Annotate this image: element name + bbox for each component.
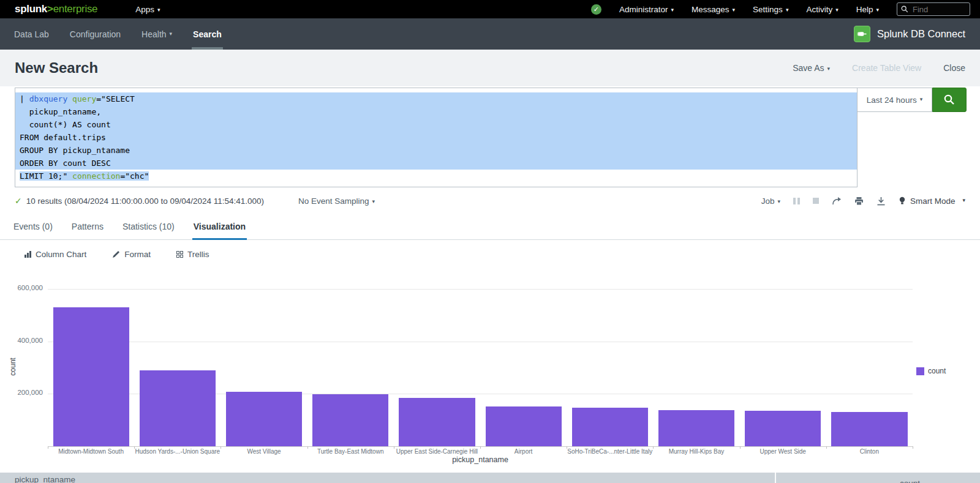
apps-menu[interactable]: Apps▾: [135, 5, 160, 14]
caret-down-icon: ▾: [876, 7, 879, 13]
axis-tick: [653, 446, 654, 449]
query-line: | dbxquery query="SELECT: [15, 92, 857, 105]
x-tick-label: Hudson Yards-...-Union Square: [134, 448, 221, 455]
trellis-menu[interactable]: Trellis: [176, 250, 209, 259]
y-tick-label: 600,000: [0, 284, 43, 291]
axis-tick: [480, 446, 481, 449]
y-axis-title: count: [9, 358, 17, 375]
job-menu[interactable]: Job▾: [761, 197, 780, 206]
x-tick-label: Turtle Bay-East Midtown: [307, 448, 394, 455]
pencil-icon: [112, 250, 120, 258]
pause-job-icon: [793, 198, 800, 204]
axis-tick: [134, 446, 135, 449]
chart-legend[interactable]: count: [916, 367, 946, 375]
gridline: [48, 289, 913, 290]
app-nav-bar: Data Lab Configuration Health▾ Search Sp…: [0, 18, 980, 50]
search-icon: [901, 6, 908, 13]
axis-tick: [48, 446, 48, 449]
save-as-button[interactable]: Save As▾: [793, 63, 830, 73]
settings-label: Settings: [753, 5, 783, 14]
trellis-icon: [176, 251, 183, 258]
activity-label: Activity: [806, 5, 832, 14]
stop-job-icon: [813, 198, 819, 204]
results-summary: 10 results (08/04/2024 11:00:00.000 to 0…: [26, 197, 264, 206]
chart-bar[interactable]: [658, 410, 734, 446]
nav-label: Health: [141, 29, 166, 39]
x-tick-label: Airport: [480, 448, 567, 455]
run-search-button[interactable]: [932, 88, 967, 112]
column-chart-icon: [24, 251, 31, 258]
search-query-input[interactable]: | dbxquery query="SELECT pickup_ntaname,…: [15, 88, 858, 187]
caret-down-icon: ▾: [920, 96, 923, 102]
nav-label: Data Lab: [14, 29, 49, 39]
nav-item-data-lab[interactable]: Data Lab: [4, 18, 59, 50]
search-bar-row: | dbxquery query="SELECT pickup_ntaname,…: [15, 88, 967, 187]
nav-item-configuration[interactable]: Configuration: [59, 18, 131, 50]
page-title: New Search: [15, 59, 98, 77]
nav-label: Search: [193, 29, 222, 39]
tab-statistics[interactable]: Statistics (10): [121, 222, 176, 239]
results-tabs: Events (0) Patterns Statistics (10) Visu…: [0, 214, 980, 240]
messages-menu[interactable]: Messages▾: [692, 5, 735, 14]
caret-down-icon: ▾: [827, 66, 831, 72]
administrator-menu[interactable]: Administrator▾: [619, 5, 674, 14]
axis-tick: [307, 446, 308, 449]
nav-item-search[interactable]: Search: [183, 18, 232, 50]
tab-visualization[interactable]: Visualization: [192, 222, 247, 239]
job-menu-label: Job: [761, 197, 775, 206]
chart-type-label: Column Chart: [36, 250, 86, 259]
find-input[interactable]: [911, 4, 962, 15]
caret-down-icon: ▾: [372, 198, 375, 204]
caret-down-icon: ▾: [835, 7, 839, 13]
chart-bar[interactable]: [831, 412, 907, 446]
print-icon[interactable]: [854, 197, 864, 206]
results-status-bar: ✓ 10 results (08/04/2024 11:00:00.000 to…: [0, 187, 980, 214]
find-search-box[interactable]: [897, 2, 970, 16]
y-tick-label: 400,000: [0, 337, 43, 344]
messages-label: Messages: [692, 5, 729, 14]
close-button[interactable]: Close: [943, 63, 965, 73]
splunk-logo[interactable]: splunk>enterprise: [15, 3, 97, 15]
query-line: LIMIT 10;" connection="chc": [15, 170, 857, 182]
create-table-view-label: Create Table View: [852, 63, 921, 73]
help-menu[interactable]: Help▾: [856, 5, 879, 14]
caret-down-icon: ▾: [962, 197, 965, 203]
format-label: Format: [124, 250, 151, 259]
chart-bar[interactable]: [226, 392, 302, 446]
chart-bar[interactable]: [399, 398, 475, 446]
share-icon[interactable]: [832, 197, 842, 206]
chart-bar[interactable]: [572, 408, 648, 446]
tab-events[interactable]: Events (0): [12, 222, 54, 239]
caret-down-icon: ▾: [786, 7, 789, 13]
query-line: pickup_ntaname,: [15, 105, 857, 118]
db-connect-app-icon[interactable]: [854, 26, 870, 42]
axis-tick: [913, 446, 913, 449]
activity-menu[interactable]: Activity▾: [806, 5, 838, 14]
export-icon[interactable]: [876, 197, 886, 206]
axis-tick: [221, 446, 221, 449]
caret-down-icon: ▾: [157, 7, 160, 13]
chart-bar[interactable]: [312, 394, 388, 446]
time-range-picker[interactable]: Last 24 hours▾: [858, 88, 932, 112]
health-status-icon[interactable]: ✓: [591, 4, 601, 15]
chart-bar[interactable]: [486, 406, 562, 446]
column-header-count[interactable]: count: [900, 479, 920, 483]
caret-down-icon: ▾: [671, 7, 674, 13]
chart-type-picker[interactable]: Column Chart: [24, 250, 86, 259]
search-mode-menu[interactable]: Smart Mode▾: [899, 197, 965, 206]
nav-item-health[interactable]: Health▾: [131, 18, 183, 50]
tab-patterns[interactable]: Patterns: [70, 222, 105, 239]
axis-tick: [567, 446, 567, 449]
column-header-pickup-ntaname[interactable]: pickup_ntaname: [15, 475, 75, 483]
query-line: FROM default.trips: [15, 131, 857, 144]
event-sampling-menu[interactable]: No Event Sampling▾: [298, 197, 375, 206]
format-menu[interactable]: Format: [112, 250, 151, 259]
x-tick-label: Upper West Side: [740, 448, 826, 455]
save-as-label: Save As: [793, 63, 824, 73]
chart-bar[interactable]: [53, 307, 129, 446]
active-nav-underline: [192, 47, 223, 50]
chart-bar[interactable]: [745, 411, 821, 446]
logo-product-text: enterprise: [53, 3, 98, 15]
settings-menu[interactable]: Settings▾: [753, 5, 788, 14]
chart-bar[interactable]: [140, 370, 216, 446]
